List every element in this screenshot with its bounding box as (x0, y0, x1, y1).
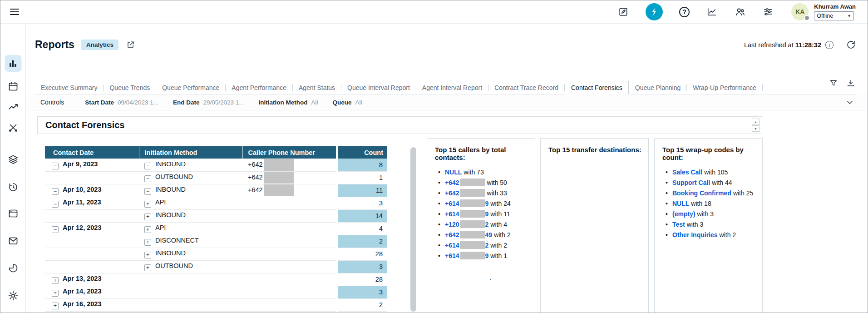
sidebar-item-layers[interactable] (8, 154, 19, 165)
expand-toggle[interactable]: + (144, 239, 151, 246)
table-scrollbar[interactable] (410, 147, 416, 312)
sidebar-item-mail[interactable] (8, 235, 19, 246)
tab-agent-performance[interactable]: Agent Performance (226, 81, 292, 94)
caller-link[interactable]: +614 (445, 252, 459, 259)
column-header-caller-phone[interactable]: Caller Phone Number (242, 146, 336, 159)
status-select[interactable]: Offline ▼ (814, 11, 854, 20)
tab-queue-planning[interactable]: Queue Planning (629, 81, 686, 94)
lightning-icon[interactable] (646, 3, 663, 20)
caller-link[interactable]: +614 (445, 242, 459, 249)
people-icon[interactable] (734, 6, 746, 18)
section-header: Contact Forensics ▲ ▼ (37, 116, 762, 134)
tab-wrap-up-performance[interactable]: Wrap-Up Performance (687, 81, 762, 94)
wrapup-link[interactable]: Other Inquiries (672, 231, 718, 238)
column-header-initiation-method[interactable]: Initiation Method (139, 146, 242, 159)
tab-executive-summary[interactable]: Executive Summary (35, 81, 103, 94)
collapse-toggle[interactable]: − (144, 163, 151, 169)
cell-phone (242, 286, 336, 298)
collapse-toggle[interactable]: − (52, 163, 59, 169)
tab-queue-performance[interactable]: Queue Performance (156, 81, 225, 94)
collapse-toggle[interactable]: − (144, 188, 151, 195)
redacted-region (264, 172, 294, 184)
collapse-toggle[interactable]: − (52, 226, 59, 233)
refresh-icon[interactable] (846, 40, 856, 50)
expand-toggle[interactable]: + (144, 226, 151, 233)
redacted-region (460, 231, 485, 238)
filter-icon[interactable] (829, 78, 838, 88)
tab-agent-interval-report[interactable]: Agent Interval Report (416, 81, 488, 94)
caller-link-suffix[interactable]: 2 (485, 242, 489, 249)
redacted-region (460, 241, 485, 249)
expand-toggle[interactable]: + (144, 264, 151, 271)
filter-initiation-method[interactable]: Initiation Method All (259, 99, 318, 106)
filter-queue[interactable]: Queue All (333, 99, 362, 106)
tab-queue-trends[interactable]: Queue Trends (104, 81, 156, 94)
caller-link[interactable]: +614 (445, 200, 459, 207)
cell-date: −Apr 9, 2023 (45, 159, 139, 171)
info-glyph: i (829, 42, 830, 48)
sidebar-item-history[interactable] (8, 182, 19, 193)
sliders-icon[interactable] (762, 6, 774, 18)
caller-link[interactable]: +120 (445, 221, 459, 228)
expand-toggle[interactable]: + (144, 252, 151, 258)
list-item: +6142with 2 (435, 240, 529, 251)
metrics-icon[interactable] (706, 6, 718, 18)
filter-start-date[interactable]: Start Date 09/04/2023 1... (85, 99, 158, 106)
info-icon[interactable]: i (825, 41, 833, 49)
sidebar-item-tools[interactable] (8, 122, 19, 133)
caller-link-suffix[interactable]: 49 (485, 231, 493, 238)
line-chart-icon (8, 101, 19, 112)
expand-toggle[interactable]: + (52, 277, 59, 284)
filter-label: Queue (333, 99, 352, 106)
wrapup-link[interactable]: Booking Confirmed (672, 189, 731, 197)
expand-toggle[interactable]: + (144, 214, 151, 220)
wrapup-link[interactable]: (empty) (672, 210, 695, 218)
list-item: Other Inquirieswith 2 (662, 230, 757, 240)
wrapup-link[interactable]: Test (672, 221, 685, 228)
collapse-toggle[interactable]: − (52, 201, 59, 208)
caller-link-suffix[interactable]: 9 (485, 200, 489, 207)
caller-link[interactable]: +642 (445, 231, 459, 238)
external-link-icon[interactable] (126, 40, 135, 49)
caller-link-suffix[interactable]: 9 (485, 210, 489, 218)
column-header-count[interactable]: Count (338, 146, 387, 159)
expand-toggle[interactable]: + (144, 201, 151, 208)
collapse-toggle[interactable]: − (144, 175, 151, 182)
column-header-contact-date[interactable]: Contact Date (45, 146, 139, 159)
question-glyph: ? (682, 8, 686, 15)
sidebar-item-pie[interactable] (8, 263, 19, 273)
tab-queue-interval-report[interactable]: Queue Interval Report (341, 81, 416, 94)
user-name: Khurram Awan (814, 3, 856, 10)
tab-contact-forensics[interactable]: Contact Forensics (565, 81, 629, 94)
hamburger-menu-icon[interactable] (9, 6, 20, 18)
caller-link[interactable]: +642 (445, 189, 459, 197)
caller-link-suffix[interactable]: 9 (485, 252, 489, 259)
caller-link[interactable]: +614 (445, 210, 459, 218)
notes-icon[interactable] (617, 6, 629, 18)
expand-toggle[interactable]: + (52, 303, 59, 309)
filter-end-date[interactable]: End Date 29/05/2023 1... (173, 99, 244, 106)
spinner-down-icon[interactable]: ▼ (752, 125, 760, 132)
sidebar-item-trends[interactable] (8, 101, 19, 112)
download-icon[interactable] (846, 78, 856, 88)
expand-toggle[interactable]: + (52, 290, 59, 297)
wrapup-link[interactable]: Support Call (672, 179, 710, 186)
caller-link-suffix[interactable]: 2 (485, 221, 489, 228)
collapse-toggle[interactable]: − (52, 188, 59, 195)
wrapup-link[interactable]: Sales Call (672, 169, 702, 176)
sidebar-item-settings[interactable] (8, 290, 19, 301)
help-icon[interactable]: ? (679, 7, 690, 17)
spinner-up-icon[interactable]: ▲ (752, 119, 760, 125)
sidebar-item-window[interactable] (8, 208, 19, 219)
avatar[interactable]: KA (791, 3, 809, 20)
caller-link[interactable]: NULL (445, 169, 462, 176)
cell-phone (242, 260, 336, 273)
caller-link[interactable]: +642 (445, 179, 459, 186)
tab-contract-trace-record[interactable]: Contract Trace Record (488, 81, 564, 94)
sidebar-item-reports[interactable] (5, 55, 21, 72)
tab-agent-status[interactable]: Agent Status (293, 81, 341, 94)
method-value: OUTBOUND (155, 262, 193, 269)
wrapup-link[interactable]: NULL (672, 200, 689, 207)
sidebar-item-calendar[interactable] (8, 81, 19, 92)
controls-collapse-chevron-icon[interactable] (846, 98, 854, 106)
